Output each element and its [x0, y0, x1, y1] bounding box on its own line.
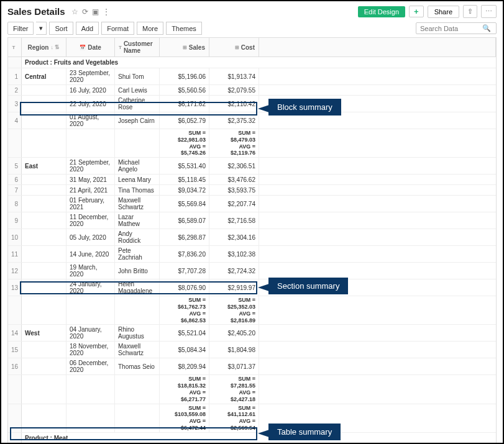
arrow-icon	[258, 430, 269, 437]
table-row[interactable]: 216 July, 2020Carl Lewis$5,560.56$2,079.…	[8, 85, 496, 96]
share-button[interactable]: Share	[428, 6, 459, 18]
sales-cell: $5,118.45	[160, 174, 209, 184]
search-input[interactable]	[420, 25, 482, 32]
region-cell: West	[22, 325, 66, 341]
row-number: 3	[8, 96, 22, 112]
sort-button[interactable]: Sort	[49, 22, 73, 35]
customer-cell: Helen Magadalene	[115, 279, 160, 296]
date-cell: 01 February, 2021	[66, 196, 115, 212]
table-row[interactable]: 14West04 January, 2020Rhino Augustus$5,5…	[8, 325, 496, 342]
filter-dropdown-icon[interactable]: ▾	[36, 22, 47, 35]
cost-cell: $2,919.97	[209, 279, 259, 296]
table-row[interactable]: 801 February, 2021Maxwell Schwartz$5,569…	[8, 196, 496, 212]
date-cell: 11 December, 2020	[66, 212, 115, 229]
sales-cell: $5,196.06	[160, 68, 209, 84]
page-title: Sales Details	[7, 6, 65, 17]
sales-cell: $7,836.20	[160, 246, 209, 262]
customer-cell: Tina Thomas	[115, 185, 160, 195]
table-row[interactable]: 1606 December, 2020Thomas Seio$8,209.94$…	[8, 358, 496, 375]
table-row[interactable]: 322 July, 2020Catherine Rose$6,171.62$2,…	[8, 96, 496, 112]
cost-cell: $2,304.16	[209, 229, 259, 245]
table-row[interactable]: 721 April, 2021Tina Thomas$9,034.72$3,59…	[8, 185, 496, 196]
row-number: 11	[8, 246, 22, 262]
region-cell: East	[22, 158, 66, 174]
table-row[interactable]: 1114 June, 2020Pete Zachriah$7,836.20$3,…	[8, 246, 496, 263]
cost-cell: $2,724.32	[209, 263, 259, 279]
edit-design-button[interactable]: Edit Design	[358, 6, 405, 17]
search-box[interactable]: 🔍	[416, 22, 497, 34]
column-cost[interactable]: ⊞Cost	[209, 38, 259, 57]
export-icon[interactable]: ⇧	[463, 5, 477, 18]
table-row[interactable]: 1219 March, 2020John Britto$7,707.28$2,7…	[8, 263, 496, 279]
cost-cell: $3,102.38	[209, 246, 259, 262]
info-icon[interactable]: ▣	[92, 7, 99, 16]
table-row[interactable]: 1Central23 September, 2020Shui Tom$5,196…	[8, 68, 496, 85]
region-cell	[22, 358, 66, 374]
table-row[interactable]: 1518 November, 2020Maxwell Schwartz$5,08…	[8, 342, 496, 358]
block-summary: SUM = $61,762.73AVG = $6,862.53SUM = $25…	[8, 296, 496, 325]
region-cell	[22, 185, 66, 195]
column-customer[interactable]: TCustomer Name	[115, 38, 160, 57]
column-rownum[interactable]: T	[8, 38, 22, 57]
date-cell: 18 November, 2020	[66, 342, 115, 358]
table-row[interactable]: 5East21 September, 2020Michael Angelo$5,…	[8, 158, 496, 174]
customer-cell: Maxwell Schwartz	[115, 342, 160, 358]
date-cell: 05 July, 2020	[66, 229, 115, 245]
region-cell	[22, 174, 66, 184]
table-row[interactable]: 1324 January, 2020Helen Magadalene$8,076…	[8, 279, 496, 296]
customer-cell: Carl Lewis	[115, 85, 160, 95]
date-cell: 23 September, 2020	[66, 68, 115, 84]
customer-cell: Rhino Augustus	[115, 325, 160, 341]
data-grid: T Region↓ ⇅ 📅Date TCustomer Name ⊞Sales …	[7, 37, 497, 444]
date-cell: 31 May, 2021	[66, 174, 115, 184]
block-summary: SUM = $18,815.32AVG = $6,271.77SUM = $7,…	[8, 375, 496, 404]
region-cell	[22, 212, 66, 229]
date-cell: 21 September, 2020	[66, 158, 115, 174]
table-row[interactable]: 401 August, 2020Joseph Cairn$6,052.79$2,…	[8, 112, 496, 129]
region-cell	[22, 263, 66, 279]
search-icon: 🔍	[482, 24, 491, 32]
region-cell	[22, 196, 66, 212]
cost-cell: $2,110.42	[209, 96, 259, 112]
themes-button[interactable]: Themes	[166, 22, 202, 35]
options-icon[interactable]: ⋯	[481, 5, 497, 18]
date-cell: 06 December, 2020	[66, 358, 115, 374]
more-icon[interactable]: ⋮	[103, 7, 110, 16]
add-new-button[interactable]: +	[409, 6, 424, 17]
region-cell	[22, 96, 66, 112]
arrow-icon	[258, 105, 269, 112]
more-button[interactable]: More	[137, 22, 163, 35]
sales-cell: $6,052.79	[160, 112, 209, 129]
cost-cell: $2,716.58	[209, 212, 259, 229]
toolbar: Filter▾ Sort Add Format More Themes 🔍	[7, 22, 497, 35]
row-number: 10	[8, 229, 22, 245]
region-cell	[22, 342, 66, 358]
customer-cell: Shui Tom	[115, 68, 160, 84]
column-region[interactable]: Region↓ ⇅	[22, 38, 66, 57]
date-cell: 19 March, 2020	[66, 263, 115, 279]
region-cell	[22, 85, 66, 95]
date-cell: 04 January, 2020	[66, 325, 115, 341]
table-row[interactable]: 1005 July, 2020Andy Roddick$6,298.87$2,3…	[8, 229, 496, 246]
table-row[interactable]: 631 May, 2021Leena Mary$5,118.45$3,476.6…	[8, 174, 496, 185]
customer-cell: Maxwell Schwartz	[115, 196, 160, 212]
column-sales[interactable]: ⊞Sales	[160, 38, 209, 57]
cost-cell: $2,375.32	[209, 112, 259, 129]
column-date[interactable]: 📅Date	[66, 38, 115, 57]
cost-cell: $1,804.98	[209, 342, 259, 358]
block-summary: SUM = $22,981.03AVG = $5,745.26SUM = $8,…	[8, 129, 496, 158]
customer-cell: Pete Zachriah	[115, 246, 160, 262]
refresh-icon[interactable]: ⟳	[82, 7, 88, 16]
format-button[interactable]: Format	[101, 22, 134, 35]
add-button[interactable]: Add	[76, 22, 99, 35]
sales-cell: $8,076.90	[160, 279, 209, 296]
row-number: 4	[8, 112, 22, 129]
row-number: 6	[8, 174, 22, 184]
star-icon[interactable]: ☆	[71, 7, 78, 16]
sales-cell: $5,521.04	[160, 325, 209, 341]
customer-cell: Andy Roddick	[115, 229, 160, 245]
cost-cell: $3,071.37	[209, 358, 259, 374]
table-row[interactable]: 911 December, 2020Lazar Mathew$6,589.07$…	[8, 212, 496, 229]
row-number: 13	[8, 279, 22, 296]
filter-button[interactable]: Filter	[7, 22, 34, 35]
